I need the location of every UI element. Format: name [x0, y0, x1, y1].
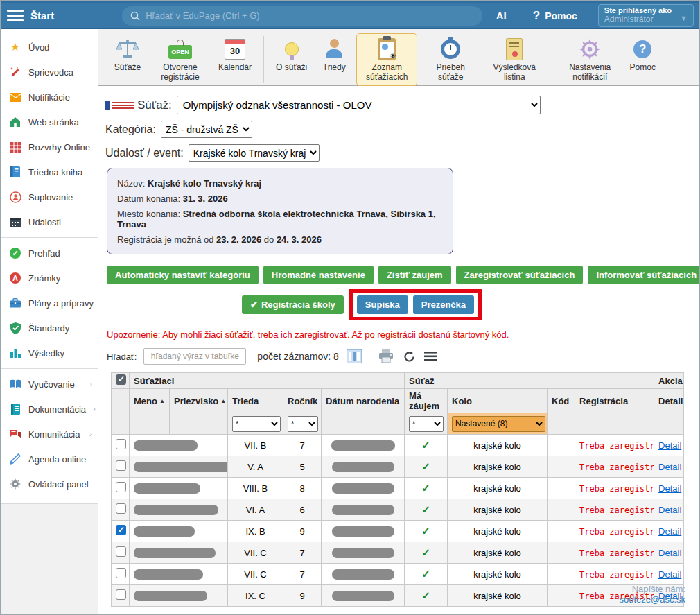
sidebar-item-plany[interactable]: Plány a prípravy	[1, 291, 98, 315]
trieda-filter-select[interactable]: *	[232, 416, 281, 432]
print-icon[interactable]	[378, 349, 394, 364]
tool-vysledkova-listina[interactable]: Výsledková listina	[484, 33, 545, 86]
sidebar-item-komunikacia[interactable]: Komunikácia›	[1, 422, 98, 447]
row-checkbox[interactable]	[116, 503, 126, 514]
refresh-icon[interactable]	[401, 349, 418, 364]
sidebar-item-suplovanie[interactable]: Suplovanie	[1, 184, 98, 209]
sidebar-item-web-stranka[interactable]: Web stránka	[1, 110, 98, 135]
table-row: VII. B 7 ✓ krajské kolo Treba zaregistro…	[112, 435, 684, 456]
row-checkbox[interactable]	[116, 589, 126, 600]
kolo-filter-select[interactable]: Nastavené (8)	[452, 416, 545, 432]
tool-zoznam-sutaziacich[interactable]: Zoznam súťažiacich	[356, 33, 417, 86]
kolo-cell: krajské kolo	[448, 564, 548, 585]
sidebar-item-agenda[interactable]: Agenda online	[1, 447, 98, 471]
supiska-button[interactable]: Súpiska	[357, 295, 408, 314]
interest-check-icon: ✓	[421, 439, 430, 451]
ai-button[interactable]: AI	[496, 10, 507, 21]
detail-link[interactable]: Detail	[658, 462, 681, 472]
group-header-sutaz: Súťaž	[405, 373, 654, 389]
detail-link[interactable]: Detail	[658, 569, 681, 580]
col-datum-narodenia[interactable]: Dátum narodenia	[322, 389, 405, 413]
detail-link[interactable]: Detail	[658, 483, 681, 494]
sidebar-item-vyucovanie[interactable]: Vyučovanie›	[1, 372, 98, 397]
tool-otvorene-registracie[interactable]: OPEN Otvorené registrácie	[150, 33, 211, 86]
tool-sutaze[interactable]: Súťaže	[108, 33, 147, 76]
group-header-sutaziaci: Súťažiaci	[130, 373, 405, 389]
global-search-input[interactable]	[146, 10, 474, 21]
row-checkbox[interactable]	[116, 439, 126, 449]
tool-o-sutazi[interactable]: O súťaži	[271, 33, 312, 76]
category-select[interactable]: ZŠ - družstvá ZŠ	[161, 121, 252, 138]
auto-category-button[interactable]: Automaticky nastaviť kategóriu	[107, 266, 259, 284]
sidebar-item-triedna-kniha[interactable]: Triedna kniha	[1, 159, 98, 184]
row-checkbox[interactable]	[116, 568, 126, 578]
col-priezvisko[interactable]: Priezvisko▲	[170, 389, 228, 413]
chevron-right-icon: ›	[93, 404, 96, 414]
event-info-box: Názov: Krajské kolo Trnavský kraj Dátum …	[107, 168, 453, 254]
col-meno[interactable]: Meno▲	[130, 389, 170, 413]
col-kolo[interactable]: Kolo	[448, 389, 548, 413]
row-checkbox[interactable]	[116, 460, 126, 471]
tool-triedy[interactable]: Triedy	[315, 33, 353, 76]
prezencka-button[interactable]: Prezenčka	[413, 295, 474, 314]
trieda-cell: IX. B	[228, 521, 283, 542]
detail-link[interactable]: Detail	[658, 440, 681, 451]
redacted-birthdate	[332, 505, 394, 515]
divider	[1, 368, 98, 369]
competition-select[interactable]: Olympijský odznak všestrannosti - OLOV	[177, 96, 541, 114]
sidebar-item-label: Vyučovanie	[28, 379, 75, 390]
tool-nastavenia-notifikacii[interactable]: Nastavenia notifikácií	[559, 33, 620, 86]
col-rocnik[interactable]: Ročník	[283, 389, 322, 413]
table-search-row: Hľadať: počet záznamov: 8	[107, 348, 691, 365]
help-button[interactable]: ? Pomoc	[533, 9, 577, 23]
global-search[interactable]	[122, 6, 482, 26]
col-trieda[interactable]: Trieda	[228, 389, 283, 413]
chat-bubbles-icon	[9, 428, 21, 440]
ma-zaujem-filter-select[interactable]: *	[409, 416, 444, 432]
user-role: Administrátor	[604, 15, 688, 24]
sidebar-item-prehlad[interactable]: ✓Prehľad	[1, 241, 98, 266]
row-checkbox[interactable]	[116, 546, 126, 557]
tool-priebeh-sutaze[interactable]: Priebeh súťaže	[420, 33, 481, 86]
detail-link[interactable]: Detail	[658, 548, 681, 558]
info-label: Dátum konania:	[117, 193, 180, 204]
detail-link[interactable]: Detail	[658, 505, 681, 515]
columns-icon[interactable]	[346, 349, 362, 364]
event-select[interactable]: Krajské kolo Trnavský kraj	[189, 144, 320, 162]
col-ma-zaujem[interactable]: Má záujem	[405, 389, 448, 413]
hamburger-menu-icon[interactable]	[7, 7, 24, 24]
sidebar-item-vysledky[interactable]: Výsledky	[1, 340, 98, 365]
tool-kalendar[interactable]: 30 Kalendár	[213, 33, 256, 76]
sidebar-item-sprievodca[interactable]: Sprievodca	[1, 60, 98, 85]
annotation-red-box: Súpiska Prezenčka	[349, 289, 482, 320]
tool-pomoc[interactable]: ? Pomoc	[623, 33, 662, 76]
bulk-setting-button[interactable]: Hromadné nastavenie	[263, 266, 374, 284]
trieda-cell: IX. C	[228, 585, 283, 607]
register-competitors-button[interactable]: Zaregistrovať súťažiacich	[456, 266, 584, 284]
school-registration-button[interactable]: ✔Registrácia školy	[242, 295, 344, 314]
rocnik-filter-select[interactable]: *	[288, 416, 318, 432]
sidebar-item-dokumentacia[interactable]: Dokumentácia›	[1, 397, 98, 422]
sidebar-item-uvod[interactable]: ★Úvod	[1, 35, 98, 60]
user-menu[interactable]: Ste prihlásený ako Administrátor ▼	[598, 4, 694, 27]
sidebar-item-znamky[interactable]: AZnámky	[1, 266, 98, 291]
sidebar-item-ovladaci-panel[interactable]: Ovládací panel	[1, 471, 98, 496]
sidebar-item-udalosti[interactable]: Udalosti	[1, 209, 98, 234]
contact-email-link[interactable]: souteze@asc.sk	[619, 594, 685, 605]
col-registracia[interactable]: Registrácia	[575, 389, 654, 413]
redacted-birthdate	[332, 569, 394, 580]
sidebar-item-notifikacie[interactable]: Notifikácie	[1, 85, 98, 110]
find-interest-button[interactable]: Zistiť záujem	[378, 266, 451, 284]
sidebar-item-standardy[interactable]: Štandardy	[1, 315, 98, 340]
start-menu[interactable]: Štart	[30, 10, 54, 21]
inform-competitors-button[interactable]: Informovať súťažiacich	[588, 266, 699, 284]
list-icon[interactable]	[422, 349, 439, 364]
registration-status: Treba zaregistrovať!	[579, 462, 654, 472]
col-kod[interactable]: Kód	[548, 389, 575, 413]
row-checkbox[interactable]	[116, 482, 126, 492]
select-all-checkbox[interactable]	[116, 374, 126, 385]
row-checkbox[interactable]	[116, 525, 126, 535]
detail-link[interactable]: Detail	[658, 526, 681, 537]
sidebar-item-rozvrhy[interactable]: Rozvrhy Online	[1, 135, 98, 159]
table-search-input[interactable]	[143, 348, 246, 365]
